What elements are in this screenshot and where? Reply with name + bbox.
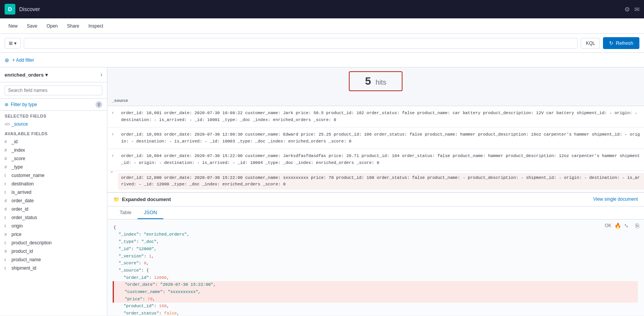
app-icon: D	[5, 4, 15, 15]
expand-row-3[interactable]: ›	[107, 151, 118, 158]
field-product-name[interactable]: t product_name	[0, 255, 107, 264]
top-bar-icons: ⚙ ✉	[624, 6, 639, 13]
field-product-id[interactable]: # product_id	[0, 247, 107, 255]
mail-icon[interactable]: ✉	[634, 6, 639, 13]
row-2-content: order_id: 10,003 order_date: 2020-07-30 …	[118, 130, 644, 146]
folder-icon: 📁	[113, 196, 120, 202]
column-header: _source	[107, 95, 644, 106]
search-bar: ⊞ ▾ KQL ↻ Refresh	[0, 34, 644, 53]
table-row: › order_id: 10,003 order_date: 2020-07-3…	[107, 128, 644, 149]
json-line: "_score": 0,	[113, 260, 638, 267]
hits-count: 5	[365, 75, 371, 87]
source-type-icon: </>	[5, 122, 9, 126]
new-button[interactable]: New	[5, 22, 21, 30]
table-row: › order_id: 10,001 order_date: 2020-07-3…	[107, 106, 644, 128]
expand-row-2[interactable]: ›	[107, 130, 118, 137]
source-field-name: _source	[12, 121, 28, 127]
index-selector[interactable]: ⊞ ▾	[5, 38, 21, 49]
json-line: "product_id": 160,	[113, 303, 638, 310]
selected-fields-title: Selected fields	[0, 111, 107, 120]
json-line: "_source": {	[113, 267, 638, 274]
filter-bar: ⊛ + Add filter	[0, 53, 644, 67]
json-line-highlight: "customer_name": "sxxxxxxxxx",	[113, 288, 638, 296]
view-single-doc-link[interactable]: View single document	[593, 196, 638, 202]
sidebar-header: enriched_orders ▾ ›	[0, 67, 107, 82]
share-button[interactable]: Share	[63, 22, 83, 30]
field-order-status[interactable]: t order_status	[0, 213, 107, 222]
json-line-highlight: "price": 70,	[113, 296, 638, 303]
search-input[interactable]	[28, 41, 573, 46]
results-area: _source › order_id: 10,001 order_date: 2…	[107, 95, 644, 315]
tab-json[interactable]: JSON	[138, 206, 163, 219]
json-line-highlight: "order_date": "2020-07-30 15:22:00",	[113, 281, 638, 288]
fire-icon[interactable]: 🔥	[614, 223, 621, 229]
app-title: Discover	[19, 6, 621, 12]
sidebar-content: Selected fields </> _source Available fi…	[0, 111, 107, 315]
refresh-button[interactable]: ↻ Refresh	[603, 37, 639, 49]
index-selector-label: ▾	[14, 41, 16, 46]
available-fields-title: Available fields	[0, 128, 107, 138]
doc-tabs: Table JSON	[107, 206, 644, 219]
field-price[interactable]: # price	[0, 230, 107, 239]
collapse-button[interactable]: ›	[100, 71, 102, 78]
table-row: › order_id: 10,004 order_date: 2020-07-3…	[107, 149, 644, 170]
filter-icon: ⊛	[5, 57, 9, 63]
expanded-doc-title: 📁 Expanded document	[113, 196, 171, 202]
expand-icon[interactable]: ⤡	[624, 223, 629, 229]
nav-bar: New Save Open Share Inspect	[0, 18, 644, 34]
field-origin[interactable]: t origin	[0, 222, 107, 230]
settings-icon[interactable]: ⚙	[624, 6, 630, 13]
save-button[interactable]: Save	[23, 22, 41, 30]
sidebar: enriched_orders ▾ › ⊛ Filter by type 0 S…	[0, 67, 107, 315]
sidebar-search-section	[0, 82, 107, 99]
inspect-button[interactable]: Inspect	[85, 22, 107, 30]
copy-button[interactable]: ⎘	[636, 223, 639, 229]
field-score[interactable]: # _score	[0, 154, 107, 163]
index-name[interactable]: enriched_orders ▾	[5, 72, 48, 78]
field-search-input[interactable]	[5, 85, 102, 95]
json-content: { "_index": "enriched_orders", "_type": …	[107, 219, 644, 315]
refresh-icon: ↻	[609, 40, 613, 46]
main-layout: enriched_orders ▾ › ⊛ Filter by type 0 S…	[0, 67, 644, 315]
json-line: {	[113, 224, 638, 231]
hits-label: hits	[376, 79, 386, 86]
json-content-wrap: { "_index": "enriched_orders", "_type": …	[107, 219, 644, 315]
field-shipment-id[interactable]: t shipment_id	[0, 264, 107, 272]
search-input-wrap	[24, 38, 578, 49]
selected-field-source[interactable]: </> _source	[0, 120, 107, 128]
table-row: › order_id: 12,000 order_date: 2020-07-3…	[107, 171, 644, 192]
top-bar: D Discover ⚙ ✉	[0, 0, 644, 18]
field-destination[interactable]: t destination	[0, 180, 107, 188]
open-button[interactable]: Open	[43, 22, 61, 30]
field-order-date[interactable]: # order_date	[0, 196, 107, 205]
filter-type-icon: ⊛	[5, 102, 8, 107]
expanded-doc-header: 📁 Expanded document View single document	[107, 193, 644, 206]
ok-icon[interactable]: OK	[605, 223, 611, 228]
json-action-icons: OK 🔥 ⤡	[605, 223, 629, 229]
json-line: "_id": "12000",	[113, 246, 638, 253]
json-line: "order_status": false,	[113, 310, 638, 315]
hits-section: 5 hits	[107, 67, 644, 95]
row-4-content: order_id: 12,000 order_date: 2020-07-30 …	[118, 173, 644, 190]
tab-table[interactable]: Table	[113, 206, 138, 219]
field-index[interactable]: # _index	[0, 146, 107, 154]
table-icon: ⊞	[9, 41, 13, 46]
expanded-document: 📁 Expanded document View single document…	[107, 192, 644, 315]
filter-by-type[interactable]: ⊛ Filter by type 0	[0, 99, 107, 111]
field-type[interactable]: # _type	[0, 163, 107, 171]
field-product-description[interactable]: t product_description	[0, 239, 107, 247]
refresh-label: Refresh	[616, 40, 633, 46]
field-order-id[interactable]: # order_id	[0, 205, 107, 213]
expand-row-1[interactable]: ›	[107, 108, 118, 115]
add-filter-button[interactable]: + Add filter	[12, 57, 34, 63]
content-area: 5 hits _source › order_id: 10,001 order_…	[107, 67, 644, 315]
filter-by-type-label: ⊛ Filter by type	[5, 102, 37, 107]
field-id[interactable]: # _id	[0, 138, 107, 146]
json-line: "order_id": 12000,	[113, 274, 638, 282]
json-line: "_type": "_doc",	[113, 238, 638, 246]
field-is-arrived[interactable]: t is_arrived	[0, 188, 107, 196]
expand-row-4[interactable]: ›	[109, 171, 116, 182]
kql-button[interactable]: KQL	[581, 38, 600, 49]
row-1-content: order_id: 10,001 order_date: 2020-07-30 …	[118, 108, 644, 125]
field-customer-name[interactable]: t customer_name	[0, 171, 107, 180]
